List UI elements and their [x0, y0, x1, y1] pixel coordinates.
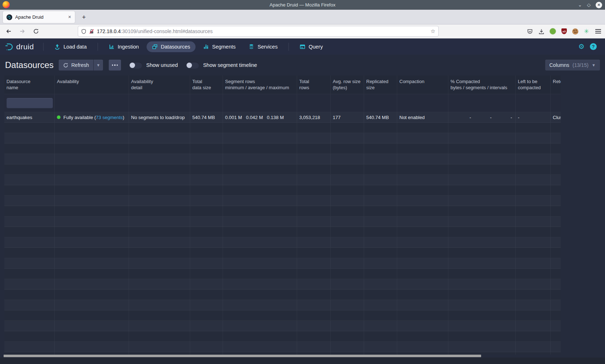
- show-unused-label: Show unused: [146, 62, 178, 68]
- nav-divider: [43, 43, 44, 51]
- nav-divider: [288, 43, 289, 51]
- bottom-strip: [0, 358, 605, 364]
- more-icon: [112, 64, 118, 66]
- chevron-down-icon: ▼: [592, 63, 596, 67]
- col-header-datasource-name[interactable]: Datasourcename: [4, 76, 55, 94]
- refresh-button[interactable]: Refresh: [59, 60, 93, 70]
- url-bar[interactable]: 172.18.0.4:30109/unified-console.html#da…: [78, 26, 439, 37]
- refresh-dropdown-button[interactable]: ▼: [94, 60, 103, 70]
- firefox-icon: [3, 1, 10, 8]
- chevron-down-icon: ▼: [97, 63, 100, 67]
- extension-green-icon[interactable]: [550, 28, 556, 35]
- col-header-pct-compacted[interactable]: % Compactedbytes / segments / intervals: [448, 76, 516, 94]
- col-header-segment-rows[interactable]: Segment rowsminimum / average / maximum: [223, 76, 297, 94]
- ingestion-chart-icon: [109, 44, 115, 50]
- nav-item-datasources[interactable]: Datasources: [147, 41, 196, 52]
- nav-divider: [98, 43, 98, 51]
- table-row-empty: [4, 206, 561, 217]
- cell-left-to-be-compacted: -: [516, 112, 551, 122]
- cell-replicated-size: 540.74 MB: [364, 112, 397, 122]
- page-header: Datasources Refresh ▼ Show unused Show s…: [0, 55, 605, 76]
- download-icon[interactable]: [538, 28, 545, 35]
- col-header-availability-detail[interactable]: Availabilitydetail: [129, 76, 190, 94]
- extension-asterisk-icon[interactable]: ✳: [583, 28, 590, 35]
- col-header-availability[interactable]: Availability: [55, 76, 129, 94]
- window-title: Apache Druid — Mozilla Firefox: [0, 2, 605, 8]
- tab-title: Apache Druid: [15, 14, 65, 20]
- table-filter-row: [4, 94, 561, 112]
- table-row-empty: [4, 279, 561, 290]
- new-tab-button[interactable]: +: [79, 13, 89, 22]
- upload-icon: [54, 44, 60, 50]
- cell-availability-detail: No segments to load/drop: [129, 112, 190, 122]
- table-row-empty: [4, 290, 561, 300]
- forward-icon[interactable]: [17, 26, 27, 36]
- url-text[interactable]: 172.18.0.4:30109/unified-console.html#da…: [97, 28, 428, 34]
- col-header-compaction[interactable]: Compaction: [397, 76, 448, 94]
- druid-logo[interactable]: druid: [0, 42, 39, 51]
- columns-button[interactable]: Columns (13/15) ▼: [545, 60, 600, 70]
- nav-item-segments[interactable]: Segments: [198, 41, 241, 52]
- console-icon: [300, 44, 305, 50]
- help-icon[interactable]: ?: [590, 43, 597, 50]
- col-header-replicated-size[interactable]: Replicatedsize: [364, 76, 397, 94]
- insecure-lock-icon[interactable]: [89, 29, 94, 34]
- bookmark-star-icon[interactable]: ☆: [431, 28, 435, 35]
- window-maximize-icon[interactable]: ◇: [587, 3, 591, 7]
- table-row-empty: [4, 331, 561, 342]
- cell-segment-rows: 0.001 M0.042 M0.138 M: [223, 112, 297, 122]
- nav-item-load-data[interactable]: Load data: [49, 41, 92, 52]
- cell-pct-compacted: ---: [448, 112, 516, 122]
- nav-item-services[interactable]: Services: [243, 41, 283, 52]
- cell-datasource-name: earthquakes: [4, 112, 55, 122]
- tab-apache-druid[interactable]: Apache Druid ✕: [3, 11, 75, 23]
- cookie-extension-icon[interactable]: [572, 28, 578, 35]
- reload-icon[interactable]: [31, 26, 41, 36]
- table-row-earthquakes[interactable]: earthquakes Fully available (73 segments…: [4, 112, 561, 123]
- more-actions-button[interactable]: [109, 60, 121, 70]
- back-icon[interactable]: [4, 26, 14, 36]
- menu-hamburger-icon[interactable]: [595, 28, 601, 35]
- nav-item-ingestion[interactable]: Ingestion: [103, 41, 144, 52]
- table-row-empty: [4, 237, 561, 248]
- page-title: Datasources: [5, 60, 54, 70]
- table-row-empty: [4, 227, 561, 237]
- refresh-icon: [63, 63, 68, 68]
- col-header-avg-row-size[interactable]: Avg. row size(bytes): [331, 76, 364, 94]
- tab-bar: Apache Druid ✕ +: [0, 10, 605, 24]
- nav-item-query[interactable]: Query: [294, 41, 328, 52]
- columns-count: (13/15): [573, 62, 588, 68]
- table-row-empty: [4, 196, 561, 206]
- settings-gear-icon[interactable]: ⚙: [578, 43, 584, 50]
- table-row-empty: [4, 352, 561, 355]
- cell-compaction: Not enabled: [397, 112, 448, 122]
- col-header-total-rows[interactable]: Totalrows: [297, 76, 331, 94]
- datasource-name-filter-input[interactable]: [6, 98, 53, 108]
- table-row-empty: [4, 133, 561, 144]
- table-row-empty: [4, 342, 561, 352]
- datasources-panels-icon: [152, 44, 158, 50]
- tab-close-icon[interactable]: ✕: [68, 15, 71, 19]
- window-close-icon[interactable]: ✕: [596, 2, 602, 8]
- horizontal-scrollbar[interactable]: [4, 355, 481, 357]
- available-status-icon: [57, 115, 60, 119]
- pocket-icon[interactable]: [526, 28, 533, 35]
- segments-bars-icon: [203, 44, 209, 50]
- col-header-total-data-size[interactable]: Totaldata size: [190, 76, 223, 94]
- table-row-empty: [4, 144, 561, 154]
- ublock-shield-icon[interactable]: uO: [561, 28, 567, 34]
- tracking-shield-icon[interactable]: [81, 29, 86, 34]
- segments-count-link[interactable]: 73 segments: [96, 115, 122, 120]
- col-header-left-to-be-compacted[interactable]: Left to becompacted: [516, 76, 551, 94]
- table-row-empty: [4, 154, 561, 164]
- table-row-empty: [4, 175, 561, 185]
- druid-nav-bar: druid Load data Ingestion Datasources Se…: [0, 38, 605, 55]
- window-titlebar: Apache Druid — Mozilla Firefox ⌄ ◇ ✕: [0, 0, 605, 10]
- show-segment-timeline-toggle[interactable]: [186, 62, 199, 69]
- druid-logo-text: druid: [16, 42, 34, 51]
- show-unused-toggle[interactable]: [129, 62, 142, 69]
- database-icon: [248, 44, 254, 50]
- window-minimize-icon[interactable]: ⌄: [578, 3, 582, 7]
- col-header-retention[interactable]: Rete: [551, 76, 561, 94]
- table-row-empty: [4, 300, 561, 310]
